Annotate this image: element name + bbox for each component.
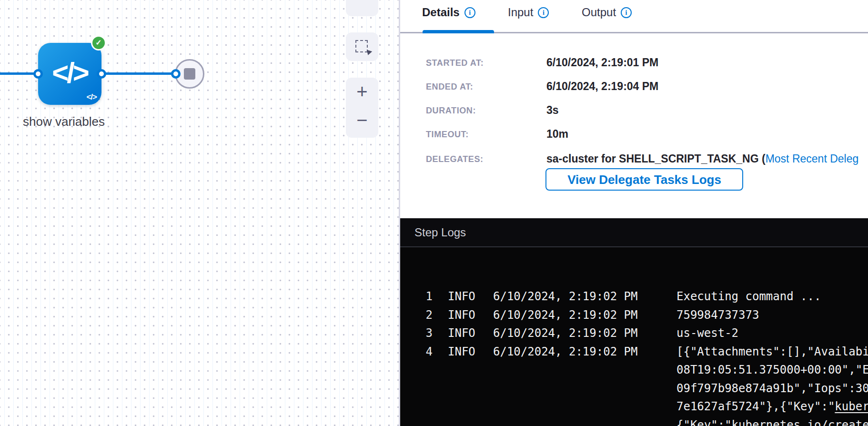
marquee-select-button[interactable]	[346, 32, 378, 61]
log-message: {"Key":"kubernetes.io/create	[676, 416, 868, 426]
node-port-right[interactable]	[97, 69, 106, 79]
detail-row-started-at: STARTED AT: 6/10/2024, 2:19:01 PM	[400, 58, 868, 72]
log-message: us-west-2	[676, 324, 868, 343]
log-line-number: 3	[400, 324, 433, 343]
log-message: 08T19:05:51.375000+00:00","En	[676, 361, 868, 379]
log-line: 4 INFO 6/10/2024, 2:19:02 PM [{"Attachme…	[400, 343, 868, 361]
info-icon[interactable]: i	[621, 7, 632, 18]
fit-to-view-button[interactable]	[346, 0, 378, 16]
tab-details-label: Details	[422, 6, 460, 19]
pipeline-canvas[interactable]: </> </> ✓ show variables + −	[0, 0, 399, 426]
log-line-number: 2	[400, 306, 433, 325]
log-message: [{"Attachments":[],"Availabil	[676, 343, 868, 361]
log-hyperlink[interactable]: kubern	[835, 400, 868, 413]
delegate-name: sa-cluster for SHELL_SCRIPT_TASK_NG (	[546, 152, 766, 165]
detail-value: 6/10/2024, 2:19:04 PM	[546, 80, 658, 93]
end-node-port[interactable]	[171, 69, 181, 79]
code-small-icon: </>	[86, 92, 97, 102]
detail-value: 6/10/2024, 2:19:01 PM	[546, 56, 658, 69]
log-line-number: 1	[400, 287, 433, 306]
pipeline-execution-screen: </> </> ✓ show variables + − Details	[0, 0, 868, 426]
step-details-panel: Details i Input i Output i STARTED AT: 6…	[399, 0, 868, 426]
detail-row-delegates: DELEGATES: sa-cluster for SHELL_SCRIPT_T…	[400, 154, 868, 169]
log-line-number: 4	[400, 343, 433, 361]
most-recent-delegate-link[interactable]: Most Recent Deleg	[766, 152, 859, 165]
zoom-in-button[interactable]: +	[346, 78, 378, 108]
active-tab-underline	[423, 30, 494, 33]
log-line-wrapped: 09f797b98e874a91b","Iops":300	[400, 379, 868, 398]
log-line-wrapped: {"Key":"kubernetes.io/create	[400, 416, 868, 426]
view-delegate-tasks-logs-button[interactable]: View Delegate Tasks Logs	[545, 168, 743, 191]
info-icon[interactable]: i	[538, 7, 549, 18]
step-logs-header: Step Logs	[400, 218, 868, 247]
zoom-controls: + −	[346, 78, 378, 138]
detail-label: TIMEOUT:	[426, 130, 469, 140]
log-level: INFO	[448, 343, 493, 361]
detail-value: sa-cluster for SHELL_SCRIPT_TASK_NG (Mos…	[546, 152, 858, 165]
zoom-out-button[interactable]: −	[346, 106, 378, 136]
detail-label: DELEGATES:	[426, 154, 484, 164]
node-label: show variables	[23, 114, 105, 129]
code-icon: </>	[38, 56, 101, 89]
edge-incoming	[0, 72, 38, 75]
log-message: Executing command ...	[676, 287, 868, 306]
log-message: 759984737373	[676, 306, 868, 325]
log-line-wrapped: 08T19:05:51.375000+00:00","En	[400, 361, 868, 379]
detail-row-ended-at: ENDED AT: 6/10/2024, 2:19:04 PM	[400, 82, 868, 96]
log-message: 09f797b98e874a91b","Iops":300	[676, 379, 868, 398]
log-line: 2 INFO 6/10/2024, 2:19:02 PM 75998473737…	[400, 306, 868, 325]
tab-input[interactable]: Input i	[508, 6, 549, 19]
step-logs-console[interactable]: 1 INFO 6/10/2024, 2:19:02 PM Executing c…	[400, 247, 868, 426]
detail-label: ENDED AT:	[426, 82, 473, 92]
step-node-show-variables[interactable]: </> </>	[38, 43, 101, 105]
log-level: INFO	[448, 306, 493, 325]
log-message: 7e1627af5724"},{"Key":"kubern	[676, 397, 868, 416]
node-port-left[interactable]	[33, 69, 43, 79]
log-line: 3 INFO 6/10/2024, 2:19:02 PM us-west-2	[400, 324, 868, 343]
stop-square-icon	[184, 68, 195, 80]
detail-row-duration: DURATION: 3s	[400, 106, 868, 120]
detail-row-timeout: TIMEOUT: 10m	[400, 130, 868, 144]
tab-input-label: Input	[508, 6, 533, 19]
detail-value: 10m	[546, 128, 568, 141]
info-icon[interactable]: i	[464, 7, 475, 18]
log-line: 1 INFO 6/10/2024, 2:19:02 PM Executing c…	[400, 287, 868, 306]
success-check-icon: ✓	[91, 35, 106, 51]
log-timestamp: 6/10/2024, 2:19:02 PM	[493, 306, 676, 325]
detail-label: STARTED AT:	[426, 58, 484, 68]
tabs-header: Details i Input i Output i	[400, 0, 868, 33]
log-timestamp: 6/10/2024, 2:19:02 PM	[493, 287, 676, 306]
log-timestamp: 6/10/2024, 2:19:02 PM	[493, 324, 676, 343]
step-logs-title: Step Logs	[414, 226, 466, 239]
log-timestamp: 6/10/2024, 2:19:02 PM	[493, 343, 676, 361]
marquee-arrow-icon	[365, 50, 373, 56]
log-line-wrapped: 7e1627af5724"},{"Key":"kubern	[400, 397, 868, 416]
tab-details[interactable]: Details i	[422, 6, 475, 19]
tab-output-label: Output	[582, 6, 616, 19]
edge-outgoing	[101, 72, 176, 75]
log-level: INFO	[448, 287, 493, 306]
detail-value: 3s	[546, 104, 559, 117]
detail-label: DURATION:	[426, 106, 476, 116]
log-level: INFO	[448, 324, 493, 343]
tab-output[interactable]: Output i	[582, 6, 632, 19]
